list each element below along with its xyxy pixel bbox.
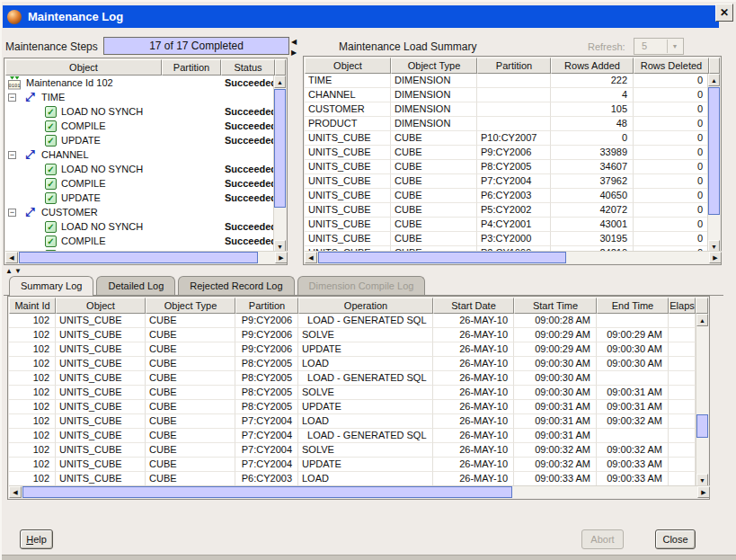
log-row[interactable]: 102UNITS_CUBECUBEP9:CY2006SOLVE26-MAY-10… <box>9 328 697 342</box>
scroll-right-icon[interactable]: ▶ <box>709 252 722 263</box>
summary-row[interactable]: UNITS_CUBECUBEP6:CY2003406500 <box>305 189 709 203</box>
summary-row[interactable]: UNITS_CUBECUBEP10:CY200700 <box>305 131 709 146</box>
scroll-left-icon[interactable]: ◀ <box>5 252 18 263</box>
column-header-partition[interactable]: Partition <box>477 58 551 74</box>
column-header-start-date[interactable]: Start Date <box>433 298 514 314</box>
tree-row[interactable]: ✓COMPILESucceeded <box>5 176 275 191</box>
cell: 26-MAY-10 <box>433 458 514 472</box>
summary-row[interactable]: CUSTOMERDIMENSION1050 <box>305 102 709 117</box>
log-row[interactable]: 102UNITS_CUBECUBEP6:CY2003LOAD26-MAY-100… <box>9 472 697 486</box>
tree-row[interactable]: ✓UPDATESucceeded <box>5 191 275 205</box>
column-header-object-type[interactable]: Object Type <box>391 58 477 74</box>
cell: 09:00:31 AM <box>597 400 669 414</box>
splitter-collapse-up-icon[interactable]: ▲ <box>5 268 13 275</box>
splitter-collapse-left-icon[interactable]: ◀ <box>291 39 297 46</box>
close-icon[interactable]: ✕ <box>715 4 733 22</box>
column-header-rows-deleted[interactable]: Rows Deleted <box>634 58 709 74</box>
summary-row[interactable]: CHANNELDIMENSION40 <box>305 88 709 102</box>
summary-row[interactable]: UNITS_CUBECUBEP8:CY2005346070 <box>305 160 709 174</box>
scrollbar-thumb[interactable] <box>274 89 286 208</box>
log-row[interactable]: 102UNITS_CUBECUBEP8:CY2005 LOAD - GENERA… <box>9 371 697 386</box>
help-button[interactable]: Help <box>20 529 53 549</box>
log-vertical-scrollbar[interactable]: ▲ ▼ <box>696 314 708 486</box>
summary-row[interactable]: UNITS_CUBECUBEP3:CY2000301950 <box>305 232 709 246</box>
cell: 09:00:28 AM <box>514 314 597 328</box>
column-header-partition[interactable]: Partition <box>162 59 221 76</box>
column-header-status[interactable]: Status <box>221 59 275 76</box>
cell: P8:CY2005 <box>235 371 298 386</box>
column-header-operation[interactable]: Operation <box>298 298 433 314</box>
scroll-left-icon[interactable]: ◀ <box>9 486 22 498</box>
log-row[interactable]: 102UNITS_CUBECUBEP7:CY2004UPDATE26-MAY-1… <box>9 458 697 472</box>
log-horizontal-scrollbar[interactable]: ◀ ▶ <box>9 485 710 498</box>
cell: 09:00:29 AM <box>514 328 597 342</box>
tree-vertical-scrollbar[interactable]: ▲ ▼ <box>273 76 286 253</box>
scrollbar-thumb[interactable] <box>19 252 258 263</box>
scroll-right-icon[interactable]: ▶ <box>697 486 710 498</box>
tab-summary-log[interactable]: Summary Log <box>9 276 93 296</box>
cell: 26-MAY-10 <box>433 472 514 486</box>
column-header-partition[interactable]: Partition <box>235 298 298 314</box>
column-header-object-type[interactable]: Object Type <box>146 298 235 314</box>
column-header-end-time[interactable]: End Time <box>597 298 669 314</box>
log-row[interactable]: 102UNITS_CUBECUBEP7:CY2004LOAD26-MAY-100… <box>9 414 697 429</box>
scrollbar-thumb[interactable] <box>318 252 566 263</box>
column-header-elaps[interactable]: Elaps <box>669 298 696 314</box>
summary-row[interactable]: TIMEDIMENSION2220 <box>305 74 709 88</box>
log-row[interactable]: 102UNITS_CUBECUBEP7:CY2004SOLVE26-MAY-10… <box>9 443 697 458</box>
log-row[interactable]: 102UNITS_CUBECUBEP8:CY2005UPDATE26-MAY-1… <box>9 400 697 414</box>
cell: 0 <box>634 102 709 117</box>
scroll-up-icon[interactable]: ▲ <box>708 74 720 86</box>
tree-row[interactable]: ✓LOAD NO SYNCHSucceeded <box>5 219 275 234</box>
summary-row[interactable]: UNITS_CUBECUBEP5:CY2002420720 <box>305 203 709 218</box>
tree-expander-icon[interactable]: − <box>8 209 16 217</box>
tree-row[interactable]: ✓COMPILESucceeded <box>5 119 275 133</box>
summary-vertical-scrollbar[interactable]: ▲ ▼ <box>707 74 720 253</box>
column-header-start-time[interactable]: Start Time <box>514 298 597 314</box>
tree-row[interactable]: −⤢CHANNEL <box>5 147 275 162</box>
tree-row[interactable]: ✓LOAD NO SYNCHSucceeded <box>5 162 275 176</box>
log-row[interactable]: 102UNITS_CUBECUBEP9:CY2006UPDATE26-MAY-1… <box>9 342 697 357</box>
scroll-left-icon[interactable]: ◀ <box>305 252 317 263</box>
tree-row[interactable]: −⤢CUSTOMER <box>5 205 275 219</box>
cell: SOLVE <box>298 443 433 458</box>
summary-row[interactable]: UNITS_CUBECUBEP9:CY2006339890 <box>305 146 709 160</box>
refresh-select: 5 ▼ <box>634 38 684 55</box>
log-row[interactable]: 102UNITS_CUBECUBEP8:CY2005SOLVE26-MAY-10… <box>9 386 697 400</box>
summary-horizontal-scrollbar[interactable]: ◀ ▶ <box>305 251 722 263</box>
summary-row[interactable]: UNITS_CUBECUBEP7:CY2004379620 <box>305 174 709 189</box>
log-row[interactable]: 102UNITS_CUBECUBEP8:CY2005LOAD26-MAY-100… <box>9 357 697 371</box>
scroll-up-icon[interactable]: ▲ <box>696 314 708 326</box>
tree-horizontal-scrollbar[interactable]: ◀ ▶ <box>5 251 288 263</box>
tree-expander-icon[interactable]: − <box>8 93 16 102</box>
tab-detailed-log[interactable]: Detailed Log <box>96 276 175 295</box>
tree-row[interactable]: 0101Maintenance Id 102Succeeded <box>5 76 275 90</box>
column-header-object[interactable]: Object <box>56 298 146 314</box>
tab-rejected-record-log[interactable]: Rejected Record Log <box>178 276 294 295</box>
column-header-maint-id[interactable]: Maint Id <box>9 298 56 314</box>
close-button[interactable]: Close <box>655 529 696 549</box>
summary-row[interactable]: PRODUCTDIMENSION480 <box>305 117 709 131</box>
scrollbar-thumb[interactable] <box>708 87 720 215</box>
tree-row[interactable]: ✓LOAD NO SYNCHSucceeded <box>5 104 275 119</box>
summary-row[interactable]: UNITS_CUBECUBEP4:CY2001430010 <box>305 218 709 232</box>
column-header-object[interactable]: Object <box>305 58 391 74</box>
scrollbar-thumb[interactable] <box>22 486 512 498</box>
log-row[interactable]: 102UNITS_CUBECUBEP9:CY2006 LOAD - GENERA… <box>9 314 697 328</box>
tree-row[interactable]: ✓COMPILESucceeded <box>5 234 275 248</box>
scroll-up-icon[interactable]: ▲ <box>274 76 286 88</box>
log-row[interactable]: 102UNITS_CUBECUBEP7:CY2004 LOAD - GENERA… <box>9 429 697 443</box>
scroll-right-icon[interactable]: ▶ <box>275 252 288 263</box>
tree-expander-icon[interactable]: − <box>8 151 16 159</box>
column-header-object[interactable]: Object <box>5 59 162 76</box>
scroll-down-icon[interactable]: ▼ <box>696 474 708 486</box>
cell <box>669 314 696 328</box>
column-header-filler <box>275 59 286 76</box>
splitter-expand-right-icon[interactable]: ▶ <box>291 49 297 57</box>
tree-row[interactable]: −⤢TIME <box>5 90 275 104</box>
scrollbar-thumb[interactable] <box>696 414 708 438</box>
column-header-rows-added[interactable]: Rows Added <box>551 58 634 74</box>
splitter-expand-down-icon[interactable]: ▼ <box>14 268 22 275</box>
tree-row[interactable]: ✓UPDATESucceeded <box>5 133 275 147</box>
titlebar[interactable]: Maintenance Log <box>3 5 719 28</box>
